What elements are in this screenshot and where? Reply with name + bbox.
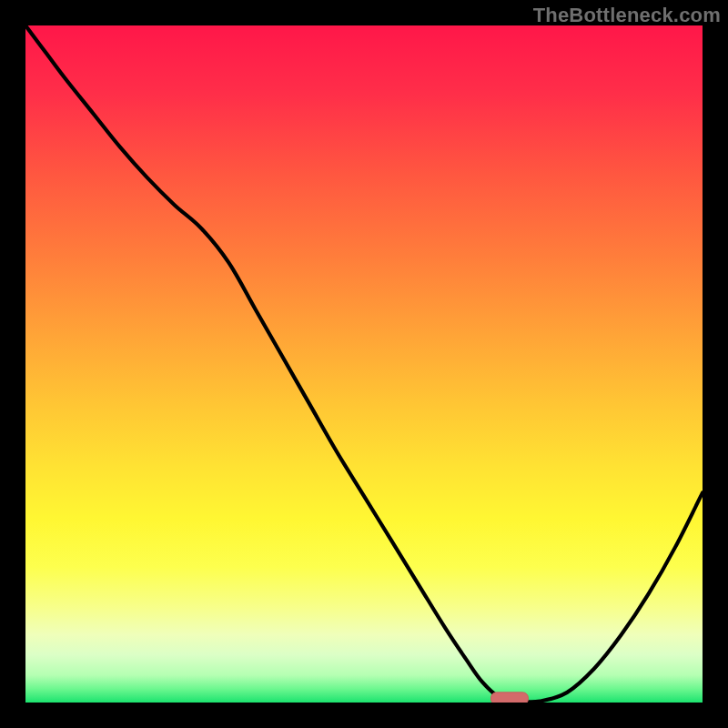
plot-area bbox=[25, 25, 703, 703]
curve-layer bbox=[25, 25, 703, 703]
chart-frame: TheBottleneck.com bbox=[0, 0, 728, 728]
bottleneck-curve bbox=[25, 25, 703, 702]
highlight-marker bbox=[491, 693, 529, 703]
watermark-text: TheBottleneck.com bbox=[533, 4, 721, 27]
